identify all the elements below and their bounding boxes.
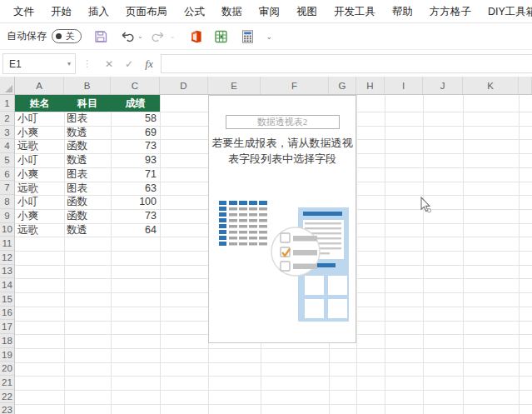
cell-C5[interactable]: 93 bbox=[111, 153, 160, 167]
name-box-dropdown-icon[interactable]: ▾ bbox=[67, 60, 75, 67]
column-header-c[interactable]: C bbox=[111, 77, 160, 94]
menu-tab-4[interactable]: 公式 bbox=[176, 1, 213, 22]
insert-function-icon[interactable]: fx bbox=[145, 57, 153, 71]
row-header-18[interactable]: 18 bbox=[0, 334, 14, 348]
menu-tab-1[interactable]: 开始 bbox=[42, 1, 80, 22]
row-header-6[interactable]: 6 bbox=[0, 167, 14, 182]
cell-B9[interactable]: 函数 bbox=[64, 209, 111, 223]
undo-dropdown-icon[interactable]: ⌄ bbox=[137, 32, 143, 40]
menu-tab-10[interactable]: 方方格子 bbox=[421, 1, 480, 22]
row-header-13[interactable]: 13 bbox=[0, 265, 14, 279]
redo-button[interactable] bbox=[152, 29, 167, 44]
row-header-14[interactable]: 14 bbox=[0, 278, 14, 292]
row-header-8[interactable]: 8 bbox=[0, 195, 14, 209]
column-header-h[interactable]: H bbox=[356, 77, 385, 94]
menu-tab-2[interactable]: 插入 bbox=[80, 1, 117, 22]
column-header-e[interactable]: E bbox=[208, 77, 261, 94]
cell-A4[interactable]: 远歌 bbox=[15, 139, 64, 153]
cell-A2[interactable]: 小叮 bbox=[15, 112, 64, 126]
column-header-i[interactable]: I bbox=[385, 77, 423, 94]
calculator-button[interactable] bbox=[240, 29, 255, 44]
row-header-1[interactable]: 1 bbox=[0, 95, 14, 112]
column-header-g[interactable]: G bbox=[329, 77, 356, 94]
row-header-20[interactable]: 20 bbox=[0, 362, 14, 376]
cell-C10[interactable]: 64 bbox=[111, 223, 160, 237]
column-header-a[interactable]: A bbox=[15, 77, 64, 94]
pivot-placeholder-graphic-icon bbox=[209, 194, 357, 329]
cell-A5[interactable]: 小叮 bbox=[15, 153, 64, 167]
row-header-17[interactable]: 17 bbox=[0, 320, 14, 334]
row-header-5[interactable]: 5 bbox=[0, 153, 14, 167]
redo-dropdown-icon[interactable]: ⌄ bbox=[170, 32, 176, 40]
row-header-3[interactable]: 3 bbox=[0, 126, 14, 140]
row-header-21[interactable]: 21 bbox=[0, 376, 14, 390]
cell-A1[interactable]: 姓名 bbox=[15, 95, 64, 112]
row-header-9[interactable]: 9 bbox=[0, 209, 14, 223]
menu-tab-7[interactable]: 视图 bbox=[288, 1, 326, 22]
row-header-7[interactable]: 7 bbox=[0, 181, 14, 195]
cell-A6[interactable]: 小爽 bbox=[15, 167, 64, 182]
name-box[interactable]: E1 ▾ bbox=[2, 53, 76, 74]
column-header-d[interactable]: D bbox=[160, 77, 208, 94]
row-header-12[interactable]: 12 bbox=[0, 251, 14, 265]
cell-C4[interactable]: 73 bbox=[111, 139, 160, 153]
cell-B7[interactable]: 图表 bbox=[64, 182, 111, 196]
pivot-table-placeholder[interactable]: 数据透视表2 若要生成报表，请从数据透视表字段列表中选择字段 bbox=[208, 95, 356, 343]
menu-tab-11[interactable]: DIY工具箱 bbox=[480, 1, 532, 22]
column-header-j[interactable]: J bbox=[423, 77, 463, 94]
formula-input[interactable] bbox=[161, 54, 532, 73]
row-header-10[interactable]: 10 bbox=[0, 223, 14, 237]
more-commands-icon[interactable]: ⌄ bbox=[266, 32, 272, 41]
menu-tab-9[interactable]: 帮助 bbox=[384, 1, 421, 22]
formula-bar-handle[interactable]: ⋮ bbox=[82, 58, 92, 69]
cell-C6[interactable]: 71 bbox=[111, 167, 160, 182]
row-header-4[interactable]: 4 bbox=[0, 139, 14, 153]
spreadsheet: ABCDEFGHIJK 1234567891011121314151617181… bbox=[0, 77, 532, 414]
cells-area[interactable]: 姓名科目成绩小叮图表58小爽数透69远歌函数73小叮数透93小爽图表71远歌图表… bbox=[15, 95, 532, 414]
column-header-f[interactable]: F bbox=[261, 77, 329, 94]
cell-B8[interactable]: 函数 bbox=[64, 195, 111, 209]
row-header-22[interactable]: 22 bbox=[0, 390, 14, 404]
cell-A7[interactable]: 远歌 bbox=[15, 182, 64, 196]
cell-B6[interactable]: 图表 bbox=[64, 167, 111, 182]
menu-tab-0[interactable]: 文件 bbox=[5, 1, 42, 22]
cell-A10[interactable]: 远歌 bbox=[15, 223, 64, 237]
menu-tab-3[interactable]: 页面布局 bbox=[117, 1, 176, 22]
cell-C7[interactable]: 63 bbox=[111, 182, 160, 196]
cell-B1[interactable]: 科目 bbox=[64, 95, 111, 112]
office-button[interactable] bbox=[188, 29, 203, 44]
menu-tab-8[interactable]: 开发工具 bbox=[326, 1, 384, 22]
cell-A3[interactable]: 小爽 bbox=[15, 126, 64, 140]
save-button[interactable] bbox=[93, 29, 108, 44]
cell-C1[interactable]: 成绩 bbox=[111, 95, 160, 112]
row-header-19[interactable]: 19 bbox=[0, 348, 14, 362]
row-header-15[interactable]: 15 bbox=[0, 292, 14, 307]
cell-A8[interactable]: 小叮 bbox=[15, 195, 64, 209]
autosave-toggle[interactable]: 关 bbox=[52, 29, 82, 43]
select-all-corner[interactable] bbox=[0, 77, 15, 94]
cell-B3[interactable]: 数透 bbox=[64, 126, 111, 140]
cell-B10[interactable]: 数透 bbox=[64, 223, 111, 237]
row-header-23[interactable]: 23 bbox=[0, 403, 14, 414]
cell-C9[interactable]: 73 bbox=[111, 209, 160, 223]
row-header-11[interactable]: 11 bbox=[0, 237, 14, 251]
cell-C3[interactable]: 69 bbox=[111, 126, 160, 140]
enter-icon[interactable]: ✓ bbox=[125, 58, 133, 70]
cell-B2[interactable]: 图表 bbox=[64, 112, 111, 126]
undo-button[interactable] bbox=[119, 29, 134, 44]
cell-A9[interactable]: 小爽 bbox=[15, 209, 64, 223]
row-header-2[interactable]: 2 bbox=[0, 112, 14, 126]
cancel-icon[interactable]: ✕ bbox=[105, 58, 113, 70]
gridline bbox=[15, 390, 532, 391]
cell-C2[interactable]: 58 bbox=[111, 112, 160, 126]
cell-B5[interactable]: 数透 bbox=[64, 153, 111, 167]
column-header-partial[interactable] bbox=[519, 77, 532, 94]
column-header-k[interactable]: K bbox=[463, 77, 519, 94]
column-header-b[interactable]: B bbox=[64, 77, 111, 94]
menu-tab-5[interactable]: 数据 bbox=[213, 1, 251, 22]
row-header-16[interactable]: 16 bbox=[0, 307, 14, 321]
menu-tab-6[interactable]: 审阅 bbox=[251, 1, 288, 22]
grid-addin-button[interactable] bbox=[214, 29, 229, 44]
cell-C8[interactable]: 100 bbox=[111, 195, 160, 209]
cell-B4[interactable]: 函数 bbox=[64, 139, 111, 153]
